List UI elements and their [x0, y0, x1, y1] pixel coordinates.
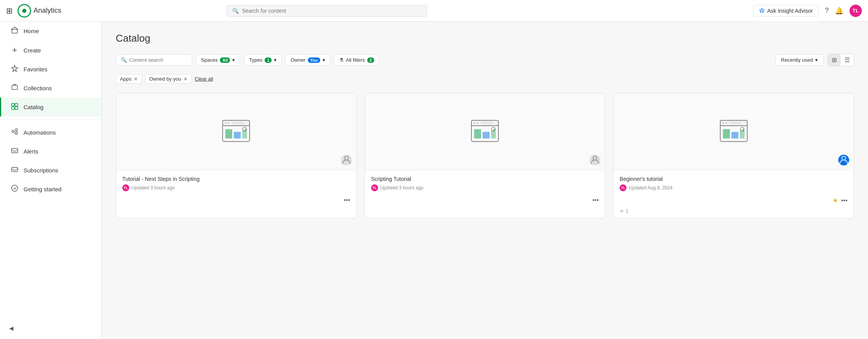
sidebar-item-automations[interactable]: Automations	[0, 123, 101, 142]
svg-rect-9	[15, 129, 17, 131]
spaces-filter-button[interactable]: Spaces All ▾	[196, 54, 240, 66]
card-3-meta: TL Updated Aug 8, 2024	[620, 184, 848, 191]
svg-rect-19	[234, 132, 241, 138]
svg-rect-8	[12, 130, 14, 132]
sidebar-item-collections[interactable]: Collections	[0, 79, 101, 98]
owned-by-you-filter-tag[interactable]: Owned by you ✕	[145, 74, 192, 84]
collapse-icon: ◀	[9, 325, 14, 331]
svg-rect-10	[15, 132, 17, 134]
svg-rect-20	[242, 130, 247, 138]
card-3-preview	[613, 93, 854, 170]
all-filters-button[interactable]: ⚗ All filters 2	[334, 54, 379, 66]
favorites-icon	[10, 64, 19, 74]
card-2-footer: •••	[365, 197, 605, 208]
types-filter-button[interactable]: Types 1 ▾	[244, 54, 282, 66]
automations-icon	[10, 128, 19, 137]
sidebar-item-alerts[interactable]: Alerts	[0, 142, 101, 161]
card-2-title: Scripting Tutorial	[371, 176, 599, 182]
svg-rect-40	[740, 130, 745, 138]
filter-bar: 🔍 Spaces All ▾ Types 1 ▾ Owner You ▾ ⚗ A…	[116, 54, 854, 66]
sort-button[interactable]: Recently used ▾	[775, 54, 824, 66]
svg-rect-29	[483, 132, 490, 138]
filter-funnel-icon: ⚗	[339, 57, 344, 63]
alerts-icon	[10, 147, 19, 156]
list-view-button[interactable]: ☰	[841, 54, 854, 66]
all-filters-label: All filters	[346, 57, 365, 63]
notifications-icon[interactable]: 🔔	[835, 7, 843, 15]
help-icon[interactable]: ?	[825, 7, 829, 15]
sidebar-item-getting-started[interactable]: Getting started	[0, 180, 101, 199]
sidebar-label-subscriptions: Subscriptions	[24, 167, 58, 174]
owned-by-you-tag-remove-icon[interactable]: ✕	[184, 76, 187, 82]
sidebar-collapse-button[interactable]: ◀	[9, 322, 92, 334]
card-3-updated: Updated Aug 8, 2024	[629, 185, 672, 191]
ask-insight-advisor-button[interactable]: Ask Insight Advisor	[753, 5, 819, 17]
catalog-card-3[interactable]: Beginner's tutorial TL Updated Aug 8, 20…	[613, 93, 854, 218]
card-3-avatar: TL	[620, 184, 627, 191]
grid-view-button[interactable]: ⊞	[828, 54, 841, 66]
card-2-meta: TL Updated 3 hours ago	[371, 184, 599, 191]
svg-point-32	[593, 156, 597, 160]
subscriptions-icon	[10, 165, 19, 175]
app-thumbnail-icon-2	[469, 116, 500, 147]
sidebar-label-alerts: Alerts	[24, 148, 38, 155]
page-title: Catalog	[116, 32, 854, 44]
card-2-body: Scripting Tutorial TL Updated 3 hours ag…	[365, 170, 605, 197]
svg-rect-37	[730, 121, 741, 125]
card-1-footer: •••	[116, 197, 356, 208]
svg-rect-7	[15, 107, 18, 110]
search-input[interactable]	[242, 8, 421, 14]
catalog-card-2[interactable]: Scripting Tutorial TL Updated 3 hours ag…	[365, 93, 606, 218]
sidebar-item-home[interactable]: Home	[0, 22, 101, 40]
clear-all-button[interactable]: Clear all	[195, 76, 213, 82]
svg-rect-39	[731, 132, 738, 138]
content-search-input[interactable]	[129, 57, 187, 63]
svg-rect-2	[12, 29, 17, 33]
sidebar-item-subscriptions[interactable]: Subscriptions	[0, 161, 101, 180]
topbar-right: Ask Insight Advisor ? 🔔 TL	[753, 5, 862, 17]
qlik-logo-icon	[17, 4, 31, 18]
insight-advisor-icon	[759, 8, 765, 14]
svg-point-35	[723, 122, 724, 124]
svg-rect-17	[232, 121, 244, 125]
topbar: ⊞ Analytics 🔍 Ask Insight Advisor ? 🔔 TL	[0, 0, 868, 22]
svg-point-25	[474, 122, 475, 124]
content-search-icon: 🔍	[121, 57, 127, 63]
logo[interactable]: Analytics	[17, 4, 61, 18]
card-1-more-icon[interactable]: •••	[344, 197, 350, 204]
svg-point-26	[477, 122, 478, 124]
all-filters-badge: 2	[367, 57, 374, 63]
app-name: Analytics	[34, 7, 61, 15]
sidebar-item-favorites[interactable]: Favorites	[0, 60, 101, 79]
owner-label: Owner	[290, 57, 305, 63]
svg-point-15	[225, 122, 226, 124]
apps-tag-remove-icon[interactable]: ✕	[134, 76, 138, 82]
sort-chevron-icon: ▾	[815, 57, 818, 63]
grid-menu-icon[interactable]: ⊞	[6, 6, 13, 15]
sidebar-item-create[interactable]: + Create	[0, 40, 101, 60]
svg-point-36	[726, 122, 727, 124]
main-content: Catalog 🔍 Spaces All ▾ Types 1 ▾ Owner Y…	[102, 0, 868, 339]
catalog-icon	[10, 102, 19, 112]
sidebar-item-catalog[interactable]: Catalog	[0, 98, 101, 116]
card-3-star-icon[interactable]: ★	[833, 197, 838, 204]
svg-point-1	[22, 8, 27, 13]
apps-filter-tag[interactable]: Apps ✕	[116, 74, 142, 84]
apps-tag-label: Apps	[120, 76, 132, 82]
card-2-more-icon[interactable]: •••	[593, 197, 599, 204]
card-3-more-icon[interactable]: •••	[841, 197, 848, 204]
owner-filter-button[interactable]: Owner You ▾	[285, 54, 330, 66]
card-1-updated: Updated 3 hours ago	[132, 185, 175, 191]
content-search-input-wrapper[interactable]: 🔍	[116, 54, 192, 66]
card-1-meta: TL Updated 3 hours ago	[122, 184, 350, 191]
svg-rect-6	[12, 107, 14, 110]
sidebar-bottom: ◀	[0, 317, 101, 339]
global-search[interactable]: 🔍	[226, 5, 427, 17]
catalog-card-1[interactable]: Tutorial - Next Steps in Scripting TL Up…	[116, 93, 357, 218]
spaces-label: Spaces	[201, 57, 218, 63]
views-count: 1	[626, 209, 628, 214]
spaces-badge: All	[220, 57, 230, 63]
card-3-body: Beginner's tutorial TL Updated Aug 8, 20…	[613, 170, 854, 197]
user-avatar[interactable]: TL	[849, 5, 862, 17]
insight-advisor-label: Ask Insight Advisor	[767, 8, 813, 14]
